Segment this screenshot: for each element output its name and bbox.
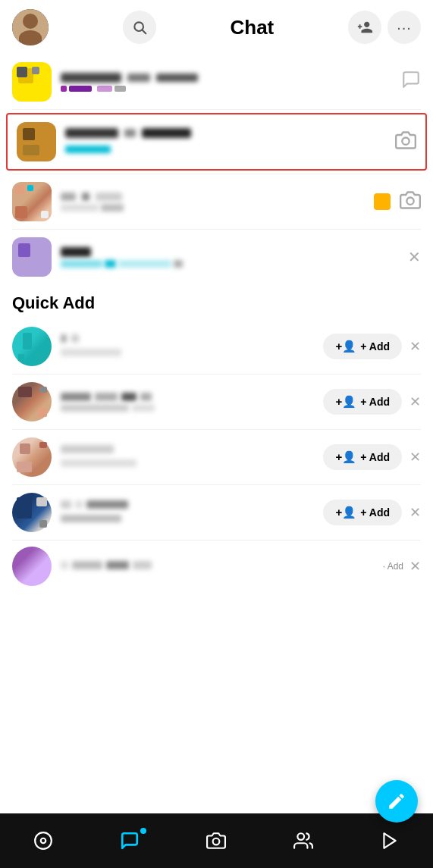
snap-badge (374, 193, 391, 210)
close-button[interactable]: ✕ (408, 248, 421, 266)
qa-avatar (12, 327, 52, 366)
add-person-icon: +👤 (335, 340, 356, 353)
chat-item[interactable] (0, 55, 433, 109)
chat-notification-dot (140, 828, 146, 834)
chat-info (61, 73, 421, 92)
search-button[interactable] (123, 11, 156, 44)
compose-fab[interactable] (375, 780, 418, 823)
nav-item-chat[interactable] (107, 831, 152, 851)
qa-info (61, 334, 323, 359)
chat-list: ✕ (0, 55, 433, 284)
qa-info (61, 393, 323, 412)
quick-add-item[interactable]: +👤 + Add ✕ (0, 319, 433, 374)
nav-item-friends[interactable] (281, 831, 326, 851)
dismiss-button[interactable]: ✕ (409, 338, 421, 355)
svg-line-1 (142, 30, 146, 34)
quick-add-item[interactable]: · Add ✕ (0, 541, 433, 592)
more-options-button[interactable]: ··· (388, 11, 421, 44)
svg-point-5 (35, 832, 52, 849)
add-person-icon: +👤 (335, 395, 356, 409)
svg-point-3 (406, 198, 413, 205)
svg-point-2 (402, 138, 409, 145)
qa-avatar (12, 437, 52, 477)
chat-info (65, 128, 395, 156)
qa-info (61, 561, 383, 572)
camera-icon (395, 130, 416, 154)
chat-info (61, 247, 421, 268)
chat-item[interactable]: ✕ (0, 230, 433, 284)
chat-avatar (17, 122, 56, 161)
chat-avatar (12, 182, 52, 221)
profile-avatar[interactable] (12, 9, 49, 45)
dismiss-button[interactable]: ✕ (409, 393, 421, 410)
chat-avatar (12, 62, 52, 102)
qa-avatar (12, 547, 52, 586)
svg-point-4 (41, 838, 46, 844)
add-button[interactable]: +👤 + Add (323, 444, 402, 470)
qa-info (61, 500, 323, 525)
bottom-navigation (0, 813, 433, 868)
add-button[interactable]: +👤 + Add (323, 389, 402, 415)
add-friend-button[interactable] (348, 11, 381, 44)
add-person-icon: +👤 (335, 450, 356, 464)
quick-add-item[interactable]: +👤 + Add ✕ (0, 485, 433, 540)
svg-point-6 (213, 838, 220, 845)
header: Chat ··· (0, 0, 433, 55)
chat-item-highlighted[interactable] (6, 113, 427, 171)
add-person-icon: +👤 (335, 506, 356, 519)
dismiss-button[interactable]: ✕ (409, 449, 421, 465)
quick-add-item[interactable]: +👤 + Add ✕ (0, 374, 433, 429)
chat-info (61, 193, 374, 212)
svg-point-7 (297, 833, 304, 840)
page-title: Chat (230, 16, 274, 39)
quick-add-header: Quick Add (0, 284, 433, 319)
add-button[interactable]: +👤 + Add (323, 500, 402, 525)
qa-info (61, 445, 323, 470)
partial-add-label: · Add (383, 561, 403, 572)
chat-avatar (12, 237, 52, 277)
qa-avatar (12, 382, 52, 421)
add-button[interactable]: +👤 + Add (323, 334, 402, 359)
nav-item-discover[interactable] (367, 831, 413, 851)
nav-item-map[interactable] (20, 831, 66, 851)
message-icon (401, 70, 421, 94)
header-actions: ··· (348, 11, 421, 44)
nav-item-camera[interactable] (193, 831, 239, 851)
qa-avatar (12, 493, 52, 532)
chat-item[interactable] (0, 174, 433, 229)
quick-add-item[interactable]: +👤 + Add ✕ (0, 430, 433, 484)
svg-marker-8 (384, 833, 395, 848)
dismiss-button[interactable]: ✕ (409, 558, 421, 575)
camera-icon (400, 190, 421, 214)
dismiss-button[interactable]: ✕ (409, 504, 421, 521)
